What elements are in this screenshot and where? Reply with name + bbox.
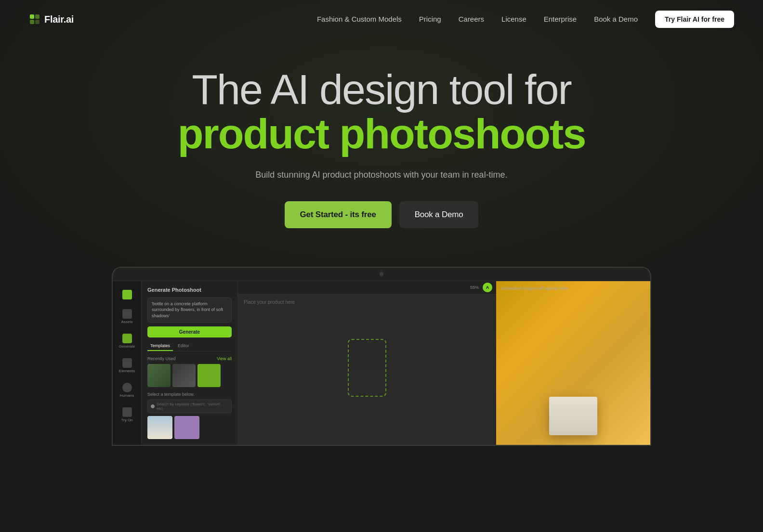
brand-name: Flair.ai	[44, 14, 74, 25]
svg-rect-1	[35, 14, 39, 19]
sidebar-item-generate[interactable]: Generate	[113, 331, 141, 351]
elements-label: Elements	[119, 369, 135, 373]
recently-used-grid	[147, 364, 232, 387]
search-icon	[151, 404, 155, 408]
get-started-button[interactable]: Get Started - its free	[285, 201, 392, 228]
user-avatar: A	[483, 283, 492, 292]
view-all-link[interactable]: View all	[217, 356, 232, 361]
app-canvas: 55% A Place your product here	[238, 281, 496, 445]
recent-thumb-3[interactable]	[197, 364, 221, 387]
generated-image-panel: Generated images will appear here	[496, 281, 650, 445]
assets-label: Assets	[121, 320, 132, 324]
book-demo-button[interactable]: Book a Demo	[399, 201, 479, 228]
humans-icon	[122, 383, 132, 392]
svg-rect-3	[35, 20, 39, 24]
sidebar-item-humans[interactable]: Humans	[113, 380, 141, 401]
nav-pricing[interactable]: Pricing	[419, 15, 441, 23]
nav-fashion-custom-models[interactable]: Fashion & Custom Models	[317, 15, 402, 23]
nav-try-free-button[interactable]: Try Flair AI for free	[655, 11, 734, 28]
tab-editor[interactable]: Editor	[175, 341, 192, 351]
navigation: Flair.ai Fashion & Custom Models Pricing…	[0, 0, 763, 39]
nav-links: Fashion & Custom Models Pricing Careers …	[317, 15, 734, 24]
assets-icon	[122, 309, 132, 319]
hero-section: The AI design tool for product photoshoo…	[0, 39, 763, 247]
hero-title: The AI design tool for product photoshoo…	[19, 67, 744, 156]
flair-small-logo-icon	[122, 290, 132, 299]
app-window: Assets Generate Elements Humans Try On	[113, 281, 650, 445]
generate-button[interactable]: Generate	[147, 326, 232, 337]
canvas-top-bar: 55% A	[238, 281, 496, 295]
sidebar-item-assets[interactable]: Assets	[113, 306, 141, 327]
generate-icon	[122, 334, 132, 343]
template-search-box[interactable]: Search by keyword ('flowers', 'sunset', …	[147, 400, 232, 413]
product-box-in-preview	[549, 397, 597, 435]
recent-thumb-2[interactable]	[172, 364, 196, 387]
hero-buttons: Get Started - its free Book a Demo	[19, 201, 744, 228]
select-template-label: Select a template below.	[147, 392, 232, 397]
svg-rect-0	[30, 14, 34, 19]
laptop-camera	[380, 272, 383, 276]
laptop-frame: Assets Generate Elements Humans Try On	[112, 267, 651, 446]
hero-content: The AI design tool for product photoshoo…	[19, 67, 744, 228]
template-thumb-1[interactable]	[147, 416, 172, 439]
logo-link[interactable]: Flair.ai	[29, 13, 74, 25]
generate-label: Generate	[119, 344, 135, 349]
panel-tabs: Templates Editor	[147, 341, 232, 351]
hero-subtitle: Build stunning AI product photoshoots wi…	[19, 170, 744, 180]
generated-preview-image	[496, 281, 650, 445]
left-panel: Generate Photoshoot 'bottle on a concret…	[142, 281, 238, 445]
app-sidebar: Assets Generate Elements Humans Try On	[113, 281, 142, 445]
template-thumbs-row	[147, 416, 232, 439]
laptop-top-bar	[113, 268, 650, 281]
prompt-text[interactable]: 'bottle on a concrete platform surrounde…	[147, 298, 232, 323]
flair-logo-icon	[29, 13, 40, 25]
sidebar-item-elements[interactable]: Elements	[113, 355, 141, 376]
hero-title-line2: product photoshoots	[19, 112, 744, 156]
svg-rect-2	[30, 20, 34, 24]
app-preview-section: Assets Generate Elements Humans Try On	[92, 267, 671, 446]
product-outline	[348, 339, 386, 397]
nav-book-demo[interactable]: Book a Demo	[594, 15, 638, 23]
generated-images-label: Generated images will appear here	[501, 286, 568, 291]
humans-label: Humans	[120, 393, 134, 398]
template-thumb-2[interactable]	[174, 416, 199, 439]
sidebar-item-logo	[113, 287, 141, 302]
zoom-indicator: 55%	[470, 285, 479, 290]
nav-careers[interactable]: Careers	[459, 15, 484, 23]
canvas-placeholder-text: Place your product here	[244, 299, 295, 305]
nav-license[interactable]: License	[501, 15, 526, 23]
tryon-icon	[122, 407, 132, 417]
nav-enterprise[interactable]: Enterprise	[544, 15, 577, 23]
tab-templates[interactable]: Templates	[147, 341, 173, 351]
panel-title: Generate Photoshoot	[147, 287, 232, 293]
search-placeholder: Search by keyword ('flowers', 'sunset', …	[157, 402, 228, 411]
sidebar-item-tryon[interactable]: Try On	[113, 404, 141, 425]
recent-thumb-1[interactable]	[147, 364, 171, 387]
hero-title-line1: The AI design tool for	[192, 65, 571, 113]
recently-used-label: Recently Used View all	[147, 356, 232, 361]
elements-icon	[122, 358, 132, 368]
tryon-label: Try On	[121, 418, 132, 422]
